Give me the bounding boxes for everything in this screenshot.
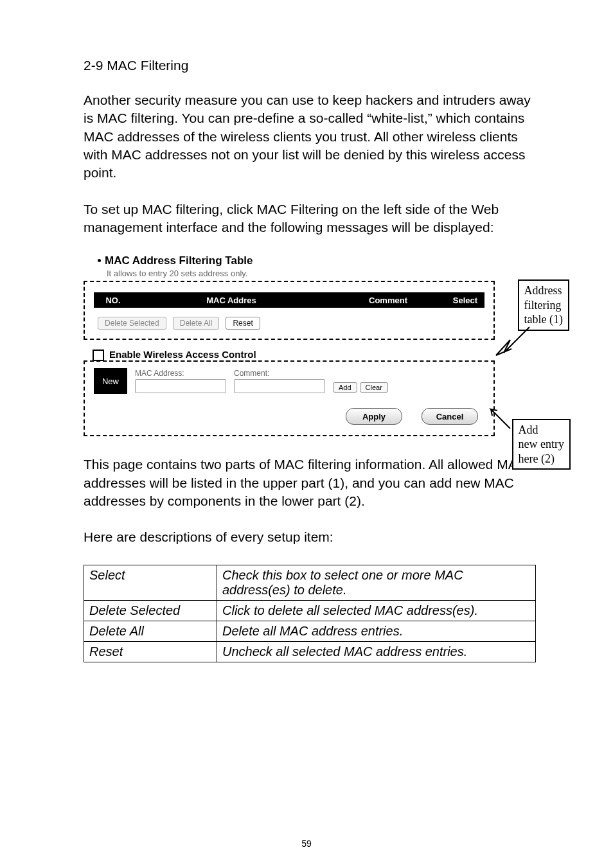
table-row: Reset Uncheck all selected MAC address e… (84, 641, 536, 662)
callout2-line1: Add (519, 423, 538, 436)
table-row: Delete All Delete all MAC address entrie… (84, 621, 536, 641)
callout1-line1: Address (524, 284, 562, 297)
clear-button[interactable]: Clear (360, 382, 388, 393)
col-select: Select (446, 296, 484, 305)
col-mac: MAC Addres (132, 296, 330, 305)
callout1-line3: table (1) (524, 313, 563, 326)
delete-all-button[interactable]: Delete All (173, 317, 220, 330)
panel-subtitle: It allows to entry 20 sets address only. (84, 269, 495, 278)
desc-text: Check this box to select one or more MAC… (217, 565, 536, 600)
callout1-line2: filtering (524, 299, 562, 312)
add-button[interactable]: Add (333, 382, 357, 393)
callout-address-filtering-table: Address filtering table (1) (518, 279, 569, 331)
desc-name: Reset (84, 641, 217, 662)
mac-filtering-figure: MAC Address Filtering Table It allows to… (84, 254, 536, 436)
callout2-pointer-icon (487, 405, 513, 431)
bullet-icon (98, 259, 101, 262)
enable-wireless-access-label: Enable Wireless Access Control (109, 349, 256, 362)
desc-text: Delete all MAC address entries. (217, 621, 536, 641)
desc-name: Delete Selected (84, 600, 217, 621)
callout2-line3: here (2) (519, 452, 555, 465)
comment-input[interactable] (234, 379, 325, 393)
mac-address-label: MAC Address: (135, 369, 226, 378)
mac-address-input[interactable] (135, 379, 226, 393)
table-row: Delete Selected Click to delete all sele… (84, 600, 536, 621)
add-entry-box: New MAC Address: Comment: Add Clear (84, 360, 495, 436)
descriptions-table: Select Check this box to select one or m… (84, 565, 536, 662)
desc-text: Uncheck all selected MAC address entries… (217, 641, 536, 662)
desc-name: Delete All (84, 621, 217, 641)
table-row: Select Check this box to select one or m… (84, 565, 536, 600)
enable-wireless-access-checkbox[interactable] (93, 350, 104, 361)
paragraph-2: To set up MAC filtering, click MAC Filte… (84, 200, 536, 237)
callout2-line2: new entry (519, 438, 564, 450)
filter-table-header: NO. MAC Addres Comment Select (94, 292, 484, 308)
panel-title: MAC Address Filtering Table (105, 254, 253, 267)
paragraph-3: This page contains two parts of MAC filt… (84, 456, 536, 510)
callout-add-new-entry: Add new entry here (2) (512, 419, 571, 470)
comment-label: Comment: (234, 369, 325, 378)
col-no: NO. (94, 296, 132, 305)
col-comment: Comment (330, 296, 446, 305)
callout1-pointer-icon (492, 327, 531, 359)
desc-name: Select (84, 565, 217, 600)
paragraph-4: Here are descriptions of every setup ite… (84, 528, 536, 546)
new-label-cell: New (94, 368, 127, 394)
reset-button[interactable]: Reset (226, 317, 260, 330)
cancel-button[interactable]: Cancel (422, 408, 478, 425)
apply-button[interactable]: Apply (346, 408, 402, 425)
address-filtering-table-box: NO. MAC Addres Comment Select Delete Sel… (84, 281, 495, 340)
paragraph-1: Another security measure you can use to … (84, 91, 536, 182)
section-heading: 2-9 MAC Filtering (84, 58, 536, 73)
desc-text: Click to delete all selected MAC address… (217, 600, 536, 621)
page-number: 59 (0, 838, 613, 849)
delete-selected-button[interactable]: Delete Selected (98, 317, 166, 330)
